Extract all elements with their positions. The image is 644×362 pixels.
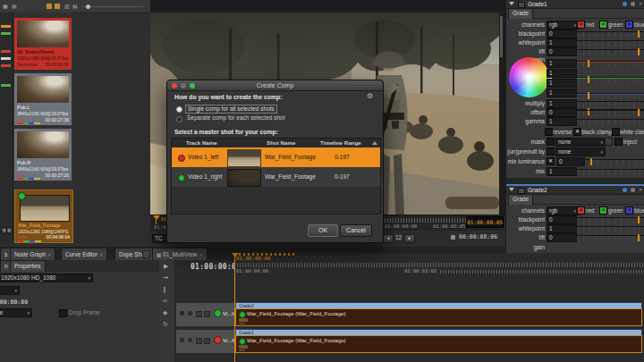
close-tab-icon[interactable]: ✕ [47, 252, 51, 257]
sort-icon[interactable]: ▥ [64, 3, 70, 10]
visibility-icon[interactable] [188, 338, 192, 342]
thumbnail-size-slider[interactable] [82, 6, 143, 7]
node-color-chip[interactable] [518, 188, 525, 194]
close-panel-icon[interactable]: ✕ [639, 1, 642, 6]
timeline-playhead-marker[interactable] [232, 253, 239, 257]
multiply-input[interactable]: 1 [547, 99, 577, 108]
lift-input[interactable]: 0 [547, 47, 577, 56]
mix-slider[interactable] [577, 169, 644, 175]
center-node-icon[interactable] [623, 188, 627, 192]
timeline-ruler[interactable]: 01:00:00:00 01:00:00:00 01:00:02:02 [234, 253, 644, 278]
tree-item[interactable] [1, 84, 11, 87]
panel-divider[interactable] [506, 178, 644, 186]
blackpoint-slider[interactable] [577, 217, 644, 223]
col-track-name[interactable]: Track Name [186, 139, 217, 146]
format-dropdown[interactable]: 1920x1080 HD_1080▾ [0, 274, 93, 282]
gain-g-slider[interactable] [577, 77, 644, 83]
track-header-video1-left[interactable]: Vi...ft [175, 329, 236, 354]
track-online-icon[interactable] [214, 309, 222, 317]
collapse-arrow-icon[interactable] [509, 2, 514, 5]
blend-icon[interactable] [204, 311, 210, 317]
blackpoint-input[interactable]: 0 [547, 215, 577, 224]
solo-icon[interactable] [196, 311, 202, 317]
pane-split-button[interactable] [142, 250, 150, 258]
clip-war-field-footage[interactable]: War_Field_Footage (War_Field_Footage) [235, 308, 642, 326]
mix-luminance-input[interactable]: 0 [556, 157, 585, 166]
cancel-button[interactable]: Cancel [340, 224, 372, 237]
float-panel-icon[interactable] [631, 2, 635, 6]
bin-item-pub-l[interactable]: Pub.L 3840x2160 60f@29.97fps mov 00:00:2… [14, 73, 72, 125]
gain-g-input[interactable]: 1 [547, 69, 577, 78]
node-color-chip[interactable] [518, 2, 525, 8]
multiply-slider[interactable] [577, 101, 644, 107]
close-panel-icon[interactable]: ✕ [639, 187, 642, 192]
channels-dropdown[interactable]: rgb▾ [547, 21, 579, 29]
track-offline-icon[interactable] [214, 336, 222, 344]
grid-view-icon[interactable]: ▦ [3, 3, 8, 10]
frame-step-value[interactable]: 12 [395, 234, 402, 240]
gain-r-input[interactable]: 1 [547, 59, 577, 68]
roll-tool-icon[interactable]: ∥ [163, 286, 166, 293]
rate-dropdown[interactable]: ▾ [0, 286, 20, 295]
sort-asc-icon[interactable] [372, 141, 377, 145]
close-tab-icon[interactable]: ✕ [199, 252, 202, 257]
blackpoint-input[interactable]: 0 [547, 29, 577, 38]
tab-grade[interactable]: Grade [508, 194, 533, 205]
viewer-scrollbar[interactable] [500, 16, 503, 57]
mix-input[interactable]: 1 [547, 167, 577, 176]
mask-checkbox[interactable] [547, 138, 555, 146]
lift-slider[interactable] [577, 235, 644, 241]
col-shot-name[interactable]: Shot Name [267, 139, 295, 146]
tree-item[interactable] [1, 50, 11, 53]
white-clamp-checkbox[interactable] [612, 128, 620, 136]
slip-tool-icon[interactable]: ◈ [163, 309, 167, 316]
table-row-selected[interactable]: Video 1_left War_Field_Footage 0-197 [172, 147, 380, 167]
gear-icon[interactable]: ⚙ [367, 92, 373, 100]
col-timeline-range[interactable]: Timeline Range [320, 139, 361, 146]
tree-item[interactable] [1, 39, 11, 42]
step-forward-button[interactable]: ► [404, 234, 415, 243]
timeline-current-tc[interactable]: 01:00:00:00 [191, 263, 241, 271]
green-channel-checkbox[interactable]: ✕ [599, 206, 607, 215]
whitepoint-slider[interactable] [577, 226, 644, 232]
tree-item[interactable] [1, 25, 11, 28]
select-tool-icon[interactable]: ▶ [164, 263, 168, 270]
list-view-icon[interactable]: ▤ [12, 3, 17, 10]
gamma-input[interactable]: 1 [547, 117, 577, 126]
solo-icon[interactable] [196, 338, 202, 344]
inject-checkbox[interactable] [614, 138, 623, 146]
lift-slider[interactable] [577, 49, 644, 55]
bin-item-war-footage-selected[interactable]: War_Field_Footage 1920x1280 198f@24FPS m… [14, 189, 73, 243]
dialog-titlebar[interactable]: Create Comp [167, 80, 383, 91]
tab-curve-editor[interactable]: Curve Editor ✕ [61, 248, 107, 260]
filter-icon[interactable]: ▤ [72, 3, 78, 10]
tree-item[interactable] [1, 57, 11, 60]
gain-b-input[interactable]: 1 [547, 79, 577, 88]
bin-item-pub-r[interactable]: Pub.R 3840x2160 60f@29.97fps mov 00:00:2… [14, 129, 72, 181]
tab-timeline[interactable]: ▦ 01_MultiView ✕ [152, 248, 208, 260]
node-name[interactable]: Grade2 [528, 187, 547, 193]
lock-icon[interactable] [180, 311, 184, 316]
mix-luminance-checkbox[interactable]: ✕ [547, 157, 555, 165]
node-name[interactable]: Grade1 [528, 1, 547, 7]
bin-item-sequence[interactable]: 02_DetectViews 1920x1080 60f@29.97fps Se… [14, 18, 72, 70]
track-header-video1-right[interactable]: Vi...ht [175, 302, 236, 327]
close-tab-icon[interactable]: ✕ [99, 252, 103, 257]
gamma-slider[interactable] [577, 119, 644, 125]
close-window-icon[interactable] [172, 83, 177, 88]
table-row[interactable]: Video 1_right War_Field_Footage 0-197 [172, 167, 380, 187]
offset-slider[interactable] [577, 110, 644, 116]
start-timecode[interactable]: 01:00:00:00 [0, 299, 28, 306]
gain-a-input[interactable]: 1 [547, 88, 577, 97]
retime-tool-icon[interactable]: ↻ [163, 321, 168, 328]
reverse-checkbox[interactable] [545, 128, 553, 136]
collapse-arrow-icon[interactable] [509, 188, 514, 191]
green-channel-checkbox[interactable]: ✕ [599, 21, 607, 29]
whitepoint-input[interactable]: 1 [547, 38, 577, 47]
lift-input[interactable]: 0 [547, 233, 577, 242]
tab-grade[interactable]: Grade [508, 8, 533, 19]
blend-icon[interactable] [204, 338, 210, 344]
tab-node-graph[interactable]: Node Graph ✕ [10, 248, 55, 260]
whitepoint-input[interactable]: 1 [547, 224, 577, 233]
zoom-window-icon[interactable] [190, 83, 195, 88]
